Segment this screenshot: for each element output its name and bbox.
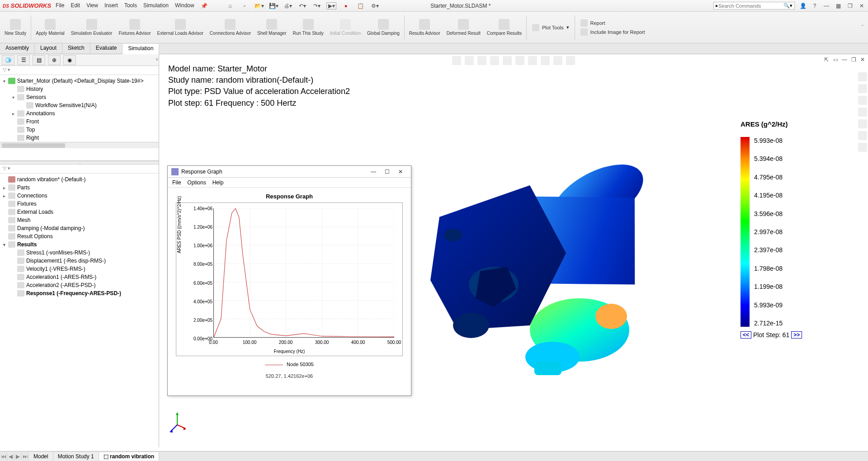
tab-sketch[interactable]: Sketch <box>62 43 90 54</box>
new-icon[interactable]: ▫ <box>240 2 250 9</box>
pin-icon[interactable]: 📌 <box>201 2 208 9</box>
vp-close-icon[interactable]: ✕ <box>859 56 866 63</box>
tab-simulation[interactable]: Simulation <box>123 44 159 54</box>
search-input[interactable] <box>718 3 783 9</box>
vp-min-icon[interactable]: — <box>841 56 848 63</box>
rb-deformed-result[interactable]: Deformed Result <box>444 13 483 42</box>
prev-view-icon[interactable] <box>477 56 486 65</box>
panel-tab-dim[interactable]: ⊕ <box>48 55 61 65</box>
panel-collapse-icon[interactable]: › <box>156 56 158 62</box>
restore-icon[interactable]: ❐ <box>846 2 854 9</box>
tab-layout[interactable]: Layout <box>35 43 62 54</box>
rb-plot-tools[interactable]: Plot Tools ▾ <box>532 24 569 31</box>
sim-tree-item[interactable]: Damping (-Modal damping-) <box>0 224 159 232</box>
home-icon[interactable]: ⌂ <box>225 2 235 9</box>
vp-max-icon[interactable]: ❐ <box>850 56 857 63</box>
tp-appearance-icon[interactable] <box>858 119 867 128</box>
tree-root[interactable]: ▾Starter_Motor (Default) <Default_Displa… <box>0 77 159 85</box>
tree-item[interactable]: History <box>0 85 159 93</box>
bt-next-icon[interactable]: ▶ <box>14 453 22 460</box>
tp-view-icon[interactable] <box>858 108 867 117</box>
rg-menu-file[interactable]: File <box>172 179 181 186</box>
panel-tab-feature-tree[interactable]: 🧊 <box>2 55 14 65</box>
tp-library-icon[interactable] <box>858 96 867 105</box>
display-style-icon[interactable] <box>515 56 524 65</box>
help-icon[interactable]: ? <box>811 2 818 9</box>
sim-tree-item[interactable]: Response1 (-Frequency-ARES-PSD-) <box>0 289 159 297</box>
rb-compare-results[interactable]: Compare Results <box>484 13 524 42</box>
sim-tree-item[interactable]: Fixtures <box>0 200 159 208</box>
bt-model[interactable]: Model <box>29 452 53 461</box>
section-icon[interactable] <box>490 56 499 65</box>
zoom-fit-icon[interactable] <box>452 56 461 65</box>
view-settings-icon[interactable] <box>566 56 575 65</box>
panel-tab-config[interactable]: ▤ <box>33 55 45 65</box>
graphics-viewport[interactable]: ⇱ ▭ — ❐ ✕ Model name: Starter_Motor Stud… <box>159 54 868 447</box>
menu-file[interactable]: File <box>56 2 64 9</box>
panel-tab-property[interactable]: ☰ <box>17 55 30 65</box>
rebuild-icon[interactable]: ● <box>341 2 351 9</box>
tp-props-icon[interactable] <box>858 131 867 140</box>
plot-step-prev[interactable]: << <box>741 331 751 339</box>
sim-tree-item[interactable]: ▾Results <box>0 240 159 249</box>
rg-max-icon[interactable]: ☐ <box>380 169 394 175</box>
open-icon[interactable]: 📂▾ <box>254 2 264 9</box>
response-graph-window[interactable]: Response Graph — ☐ ✕ File Options Help R… <box>167 165 411 396</box>
rg-menu-help[interactable]: Help <box>212 179 224 186</box>
bt-motion-study[interactable]: Motion Study 1 <box>53 452 99 461</box>
rg-titlebar[interactable]: Response Graph — ☐ ✕ <box>168 166 411 178</box>
tree-filter[interactable]: ▽ ▾ <box>0 66 159 75</box>
menu-view[interactable]: View <box>86 2 98 9</box>
sim-tree-item[interactable]: Acceleration1 (-ARES-RMS-) <box>0 273 159 281</box>
search-commands[interactable]: ▸ 🔍▾ <box>713 2 795 9</box>
rb-report[interactable]: Report <box>580 19 645 27</box>
sim-tree-item[interactable]: Displacement1 (-Res disp-RMS-) <box>0 257 159 265</box>
appearance-icon[interactable] <box>541 56 550 65</box>
tab-evaluate[interactable]: Evaluate <box>90 43 123 54</box>
sim-tree-item[interactable]: Mesh <box>0 216 159 224</box>
options-icon[interactable]: 📋 <box>355 2 365 9</box>
rg-close-icon[interactable]: ✕ <box>394 169 407 175</box>
rb-run-study[interactable]: Run This Study <box>290 13 326 42</box>
rb-shell-manager[interactable]: Shell Manager <box>255 13 289 42</box>
rg-chart[interactable]: ARES PSD ((mm/s^2)^2/Hz) Frequency (Hz) … <box>176 202 403 356</box>
menu-tools[interactable]: Tools <box>124 2 137 9</box>
bt-prev-icon[interactable]: ◀ <box>7 453 14 460</box>
menu-simulation[interactable]: Simulation <box>143 2 169 9</box>
rb-apply-material[interactable]: Apply Material <box>33 13 67 42</box>
sim-tree-item[interactable]: Velocity1 (-VRES-RMS-) <box>0 265 159 273</box>
hide-show-icon[interactable] <box>528 56 537 65</box>
sim-tree-item[interactable]: External Loads <box>0 208 159 216</box>
menu-window[interactable]: Window <box>175 2 194 9</box>
sim-tree-item[interactable]: Result Options <box>0 232 159 240</box>
rb-results-advisor[interactable]: Results Advisor <box>406 13 443 42</box>
sim-tree-item[interactable]: ▸Parts <box>0 183 159 192</box>
search-icon[interactable]: 🔍▾ <box>783 3 793 9</box>
zoom-area-icon[interactable] <box>465 56 474 65</box>
vp-link-icon[interactable]: ⇱ <box>823 56 830 63</box>
redo-icon[interactable]: ↷▾ <box>312 2 322 9</box>
tab-assembly[interactable]: Assembly <box>0 43 35 54</box>
vp-split-icon[interactable]: ▭ <box>832 56 839 63</box>
user-icon[interactable]: 👤 <box>799 2 807 9</box>
tree-item[interactable]: ▾Sensors <box>0 93 159 101</box>
rb-include-image[interactable]: Include Image for Report <box>580 28 645 36</box>
tile-icon[interactable]: ▦ <box>835 2 842 9</box>
print-icon[interactable]: 🖨▾ <box>283 2 293 9</box>
tree-scroll-h[interactable] <box>0 142 159 148</box>
undo-icon[interactable]: ↶▾ <box>297 2 307 9</box>
sim-tree-item[interactable]: ▸Connections <box>0 192 159 200</box>
tp-home-icon[interactable] <box>858 72 867 81</box>
scene-icon[interactable] <box>553 56 562 65</box>
save-icon[interactable]: 💾▾ <box>269 2 278 9</box>
orientation-triad[interactable] <box>168 411 186 434</box>
tree-item[interactable]: Front <box>0 118 159 126</box>
rb-global-damping[interactable]: Global Damping <box>364 13 402 42</box>
tree-item[interactable]: Workflow Sensitive1(N/A) <box>0 101 159 109</box>
rb-sim-evaluator[interactable]: Simulation Evaluator <box>68 13 115 42</box>
bt-last-icon[interactable]: ⏭ <box>22 453 29 460</box>
rb-external-loads-advisor[interactable]: External Loads Advisor <box>155 13 206 42</box>
bt-random-vibration[interactable]: ⬚ random vibration <box>99 452 159 461</box>
tree-item[interactable]: Top <box>0 126 159 134</box>
close-icon[interactable]: ✕ <box>858 2 865 9</box>
